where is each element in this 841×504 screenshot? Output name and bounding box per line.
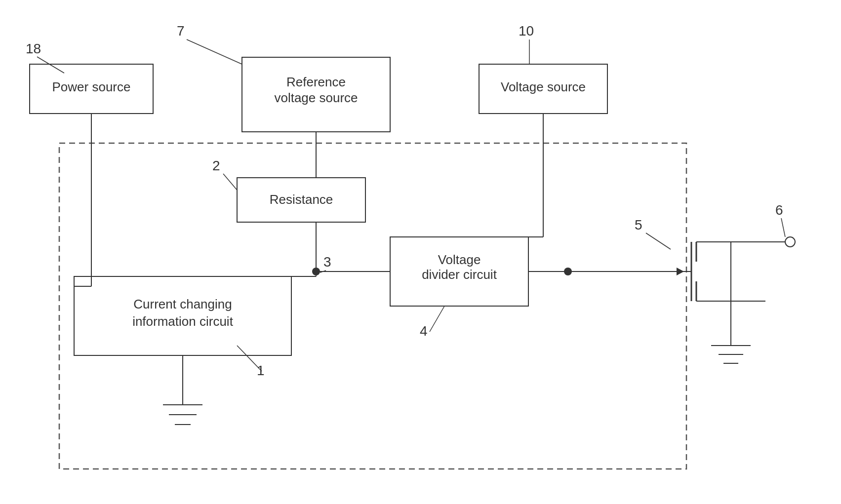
svg-text:information circuit: information circuit (132, 314, 234, 329)
svg-text:voltage source: voltage source (274, 90, 358, 105)
circuit-diagram: Power source Reference voltage source Vo… (0, 0, 841, 504)
svg-text:Voltage: Voltage (438, 252, 481, 267)
label-2: 2 (212, 158, 220, 173)
svg-point-39 (785, 237, 795, 247)
label-6: 6 (775, 202, 783, 218)
svg-text:Reference: Reference (286, 75, 346, 89)
label-4: 4 (420, 323, 428, 339)
svg-text:Resistance: Resistance (270, 192, 333, 207)
label-7: 7 (177, 23, 185, 39)
svg-text:Voltage source: Voltage source (501, 79, 586, 94)
svg-text:Power source: Power source (52, 79, 131, 94)
label-5: 5 (635, 217, 642, 233)
label-10: 10 (519, 23, 534, 39)
svg-text:divider circuit: divider circuit (422, 267, 497, 282)
svg-text:Current changing: Current changing (133, 297, 232, 311)
label-18: 18 (26, 41, 41, 56)
label-3: 3 (323, 254, 331, 270)
